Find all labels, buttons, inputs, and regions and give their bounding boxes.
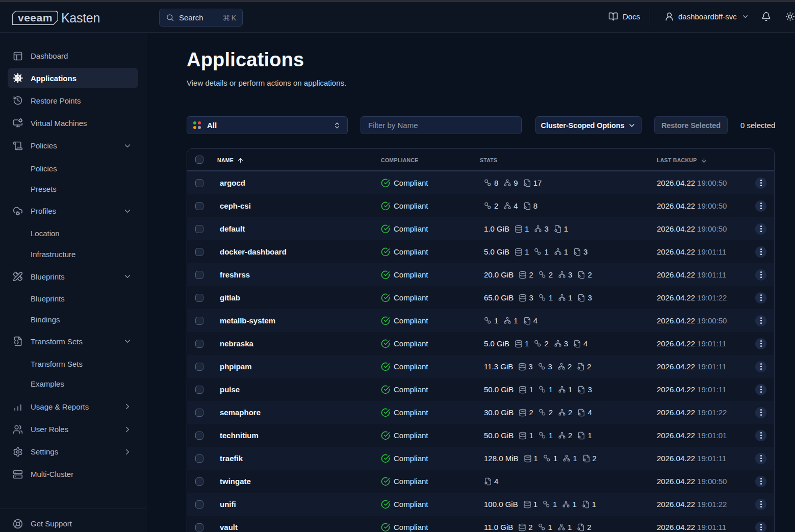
- svg-text:veeam: veeam: [18, 12, 53, 23]
